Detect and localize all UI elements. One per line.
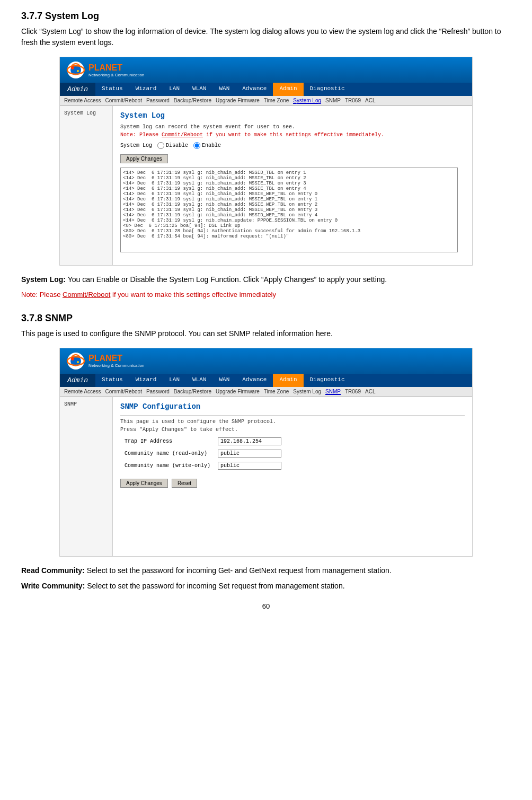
snmp-nav-admin[interactable]: Admin [273, 374, 303, 387]
community-read-input[interactable] [218, 450, 281, 458]
nav-wizard[interactable]: Wizard [129, 83, 163, 96]
nav-lan[interactable]: LAN [163, 83, 186, 96]
snmp-sub-nav-password[interactable]: Password [146, 389, 170, 395]
community-read-row: Community name (read-only) [121, 448, 285, 459]
note-inline: Note: Please Commit/Reboot if you want t… [120, 132, 465, 138]
system-log-bold-label: System Log: [21, 275, 66, 284]
sidebar: System Log [60, 106, 113, 265]
write-community-para: Write Community: Select to set the passw… [21, 581, 511, 592]
snmp-nav-status[interactable]: Status [95, 374, 129, 387]
radio-group: Disable Enable [157, 142, 221, 149]
sidebar-system-log-label: System Log [64, 110, 96, 116]
snmp-sub-nav-remote-access[interactable]: Remote Access [64, 389, 101, 395]
sub-nav-tr069[interactable]: TR069 [345, 98, 361, 104]
snmp-logo-sub: Networking & Communication [88, 363, 144, 368]
snmp-sidebar: SNMP [60, 397, 113, 556]
commit-reboot-link[interactable]: Commit/Reboot [162, 132, 203, 138]
snmp-nav-admin-label[interactable]: Admin [60, 374, 95, 387]
snmp-sub-nav-backup-restore[interactable]: Backup/Restore [174, 389, 211, 395]
snmp-sub-nav-time-zone[interactable]: Time Zone [264, 389, 289, 395]
svg-point-8 [71, 357, 74, 361]
trap-ip-cell [215, 436, 285, 447]
snmp-logo-text-block: PLANET Networking & Communication [88, 354, 144, 368]
snmp-nav-wan[interactable]: WAN [212, 374, 236, 387]
snmp-logo-text: PLANET [88, 354, 122, 363]
sub-nav-snmp[interactable]: SNMP [325, 98, 341, 104]
system-log-after-text: You can Enable or Disable the System Log… [68, 275, 387, 284]
sub-nav-remote-access[interactable]: Remote Access [64, 98, 101, 104]
snmp-nav-wlan[interactable]: WLAN [186, 374, 212, 387]
read-community-para: Read Community: Select to set the passwo… [21, 565, 511, 576]
snmp-sidebar-label: SNMP [64, 401, 77, 407]
log-textarea[interactable]: <14> Dec 6 17:31:19 sysl g: nib_chain_ad… [120, 168, 458, 252]
system-log-screenshot: PLANET Networking & Communication Admin … [59, 57, 473, 266]
snmp-nav-diagnostic[interactable]: Diagnostic [304, 374, 351, 387]
commit-reboot-link-2[interactable]: Commit/Reboot [63, 291, 110, 298]
snmp-nav-advance[interactable]: Advance [236, 374, 273, 387]
snmp-sub-nav-system-log[interactable]: System Log [293, 389, 321, 395]
note-red-label: Note: Please [21, 291, 60, 298]
form-label: System Log [120, 143, 152, 148]
snmp-nav-lan[interactable]: LAN [163, 374, 186, 387]
snmp-sub-nav-upgrade-firmware[interactable]: Upgrade Firmware [216, 389, 260, 395]
page-title: System Log [120, 111, 465, 120]
nav-wan[interactable]: WAN [212, 83, 236, 96]
nav-advance[interactable]: Advance [236, 83, 273, 96]
community-write-cell [215, 460, 285, 471]
write-community-desc: Select to set the password for incoming … [87, 582, 344, 590]
snmp-sub-nav-snmp[interactable]: SNMP [325, 389, 341, 395]
snmp-page-desc1: This page is used to configure the SNMP … [120, 419, 465, 425]
radio-disable-text: Disable [166, 143, 188, 148]
snmp-screenshot: PLANET Networking & Communication Admin … [59, 348, 473, 557]
sub-nav-time-zone[interactable]: Time Zone [264, 98, 289, 104]
section2-heading: 3.7.8 SNMP [21, 313, 511, 324]
main-content: System Log System log can record the sys… [113, 106, 472, 265]
trap-ip-label: Trap IP Address [121, 436, 214, 447]
snmp-router-header: PLANET Networking & Communication [60, 348, 472, 374]
nav-admin[interactable]: Admin [273, 83, 303, 96]
snmp-sub-nav-tr069[interactable]: TR069 [345, 389, 361, 395]
snmp-reset-button[interactable]: Reset [172, 479, 197, 488]
sub-nav-password[interactable]: Password [146, 98, 170, 104]
radio-enable-label[interactable]: Enable [193, 142, 221, 149]
snmp-buttons: Apply Changes Reset [120, 477, 465, 492]
community-write-label: Community name (write-only) [121, 460, 214, 471]
nav-diagnostic[interactable]: Diagnostic [304, 83, 351, 96]
sub-nav-acl[interactable]: ACL [365, 98, 375, 104]
snmp-page-title: SNMP Configuration [120, 402, 465, 411]
radio-enable[interactable] [193, 142, 200, 149]
community-write-input[interactable] [218, 462, 281, 470]
logo-text-block: PLANET Networking & Communication [88, 63, 144, 77]
note-red-rest: if you want to make this settings effect… [112, 291, 276, 298]
radio-enable-text: Enable [202, 143, 221, 148]
svg-point-9 [77, 361, 79, 363]
sub-nav-backup-restore[interactable]: Backup/Restore [174, 98, 211, 104]
sub-nav-commit-reboot[interactable]: Commit/Reboot [105, 98, 141, 104]
planet-logo: PLANET Networking & Communication [66, 60, 144, 80]
apply-btn-container: Apply Changes [120, 152, 465, 168]
apply-changes-button-1[interactable]: Apply Changes [120, 154, 168, 163]
nav-admin-label[interactable]: Admin [60, 83, 95, 96]
trap-ip-input[interactable] [218, 437, 281, 445]
section2-description: This page is used to configure the SNMP … [21, 328, 511, 339]
svg-point-3 [71, 66, 74, 69]
community-read-cell [215, 448, 285, 459]
nav-status[interactable]: Status [95, 83, 129, 96]
snmp-sub-nav: Remote Access Commit/Reboot Password Bac… [60, 387, 472, 397]
snmp-sub-nav-commit-reboot[interactable]: Commit/Reboot [105, 389, 141, 395]
sub-nav-system-log[interactable]: System Log [293, 98, 321, 104]
snmp-sub-nav-acl[interactable]: ACL [365, 389, 375, 395]
nav-bar: Admin Status Wizard LAN WLAN WAN Advance… [60, 83, 472, 96]
radio-disable[interactable] [157, 142, 164, 149]
snmp-main-content: SNMP Configuration This page is used to … [113, 397, 472, 556]
snmp-nav-wizard[interactable]: Wizard [129, 374, 163, 387]
snmp-planet-logo-icon [66, 351, 85, 371]
planet-logo-icon [66, 60, 85, 80]
router-header: PLANET Networking & Communication [60, 57, 472, 83]
radio-disable-label[interactable]: Disable [157, 142, 188, 149]
nav-wlan[interactable]: WLAN [186, 83, 212, 96]
snmp-apply-changes-button[interactable]: Apply Changes [120, 479, 168, 488]
community-read-label: Community name (read-only) [121, 448, 214, 459]
logo-text: PLANET [88, 63, 122, 72]
sub-nav-upgrade-firmware[interactable]: Upgrade Firmware [216, 98, 260, 104]
